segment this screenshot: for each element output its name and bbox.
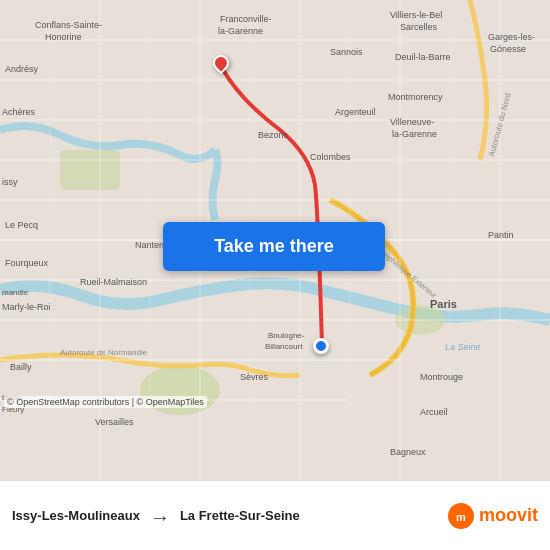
origin-marker [313, 338, 329, 354]
map-attribution: © OpenStreetMap contributors | © OpenMap… [4, 396, 207, 408]
svg-text:Paris: Paris [430, 298, 457, 310]
svg-text:Andrésy: Andrésy [5, 64, 39, 74]
svg-text:Achères: Achères [2, 107, 36, 117]
svg-text:la-Garenne: la-Garenne [218, 26, 263, 36]
svg-text:Villiers-le-Bel: Villiers-le-Bel [390, 10, 442, 20]
destination-marker [213, 55, 229, 71]
take-me-there-button[interactable]: Take me there [163, 222, 385, 271]
svg-text:Le Pecq: Le Pecq [5, 220, 38, 230]
svg-text:Argenteuil: Argenteuil [335, 107, 376, 117]
moovit-icon: m [447, 502, 475, 530]
svg-text:Franconville-: Franconville- [220, 14, 272, 24]
svg-text:Deuil-la-Barre: Deuil-la-Barre [395, 52, 451, 62]
svg-text:Montrouge: Montrouge [420, 372, 463, 382]
svg-text:Garges-les-: Garges-les- [488, 32, 535, 42]
route-arrow-icon: → [150, 506, 170, 529]
map-container: Conflans-Sainte- Honorine Franconville- … [0, 0, 550, 480]
svg-text:Bezons: Bezons [258, 130, 289, 140]
svg-text:Conflans-Sainte-: Conflans-Sainte- [35, 20, 102, 30]
svg-text:m: m [456, 511, 466, 523]
svg-text:mandie: mandie [2, 288, 29, 297]
svg-text:Sarcelles: Sarcelles [400, 22, 438, 32]
route-from-label: Issy-Les-Moulineaux [12, 508, 140, 523]
svg-text:issy: issy [2, 177, 18, 187]
svg-text:la-Garenne: la-Garenne [392, 129, 437, 139]
svg-text:Fourqueux: Fourqueux [5, 258, 49, 268]
svg-text:Arcueil: Arcueil [420, 407, 448, 417]
svg-text:Billancourt: Billancourt [265, 342, 303, 351]
svg-text:Pantin: Pantin [488, 230, 514, 240]
route-to: La Frette-Sur-Seine [180, 508, 300, 523]
svg-text:Sannois: Sannois [330, 47, 363, 57]
svg-rect-2 [60, 150, 120, 190]
svg-text:Rueil-Malmaison: Rueil-Malmaison [80, 277, 147, 287]
route-from: Issy-Les-Moulineaux [12, 508, 140, 523]
svg-text:Bagneux: Bagneux [390, 447, 426, 457]
svg-text:Boulogne-: Boulogne- [268, 331, 305, 340]
svg-text:Villeneuve-: Villeneuve- [390, 117, 434, 127]
svg-text:Versailles: Versailles [95, 417, 134, 427]
bottom-bar: Issy-Les-Moulineaux → La Frette-Sur-Sein… [0, 480, 550, 550]
moovit-logo: m moovit [447, 502, 538, 530]
route-to-label: La Frette-Sur-Seine [180, 508, 300, 523]
svg-text:La Seine: La Seine [445, 342, 481, 352]
svg-text:Gónesse: Gónesse [490, 44, 526, 54]
svg-text:Honorine: Honorine [45, 32, 82, 42]
svg-text:Colombes: Colombes [310, 152, 351, 162]
svg-text:Sèvres: Sèvres [240, 372, 269, 382]
svg-text:Autoroute de Normandie: Autoroute de Normandie [60, 348, 148, 357]
moovit-text: moovit [479, 505, 538, 526]
svg-text:Bailly: Bailly [10, 362, 32, 372]
svg-text:Montmorency: Montmorency [388, 92, 443, 102]
svg-text:Marly-le-Roi: Marly-le-Roi [2, 302, 51, 312]
